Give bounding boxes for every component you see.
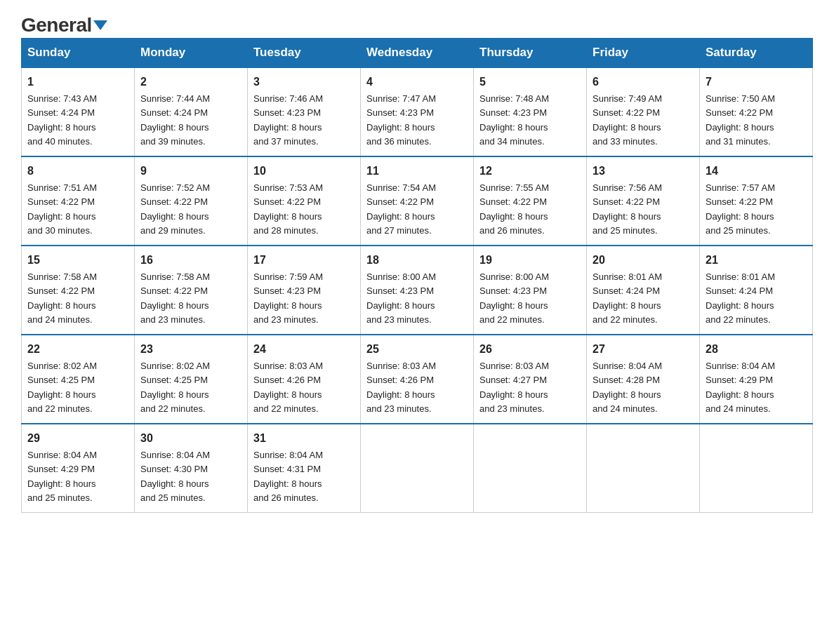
day-number: 23 [140,341,241,358]
calendar-cell: 9Sunrise: 7:52 AMSunset: 4:22 PMDaylight… [135,156,248,246]
day-info: Sunrise: 8:00 AMSunset: 4:23 PMDaylight:… [366,271,436,325]
day-info: Sunrise: 7:54 AMSunset: 4:22 PMDaylight:… [366,182,436,236]
calendar-cell: 3Sunrise: 7:46 AMSunset: 4:23 PMDaylight… [248,67,361,156]
day-info: Sunrise: 8:01 AMSunset: 4:24 PMDaylight:… [706,271,775,325]
day-number: 2 [140,74,241,90]
day-info: Sunrise: 8:04 AMSunset: 4:29 PMDaylight:… [27,450,97,503]
day-number: 3 [253,74,355,90]
day-number: 5 [479,74,581,90]
calendar-cell: 4Sunrise: 7:47 AMSunset: 4:23 PMDaylight… [361,67,474,156]
day-number: 15 [27,252,128,269]
day-info: Sunrise: 8:02 AMSunset: 4:25 PMDaylight:… [27,361,97,414]
day-number: 11 [366,163,468,180]
day-number: 30 [140,430,241,447]
weekday-header-wednesday: Wednesday [361,39,474,68]
calendar-cell: 27Sunrise: 8:04 AMSunset: 4:28 PMDayligh… [587,335,700,424]
day-number: 27 [593,341,694,358]
week-row-3: 15Sunrise: 7:58 AMSunset: 4:22 PMDayligh… [22,246,813,335]
calendar-cell: 12Sunrise: 7:55 AMSunset: 4:22 PMDayligh… [474,156,587,246]
day-info: Sunrise: 7:58 AMSunset: 4:22 PMDaylight:… [140,271,210,325]
day-info: Sunrise: 7:52 AMSunset: 4:22 PMDaylight:… [140,182,210,236]
day-number: 29 [27,430,128,447]
calendar-cell: 22Sunrise: 8:02 AMSunset: 4:25 PMDayligh… [22,335,135,424]
day-info: Sunrise: 8:03 AMSunset: 4:27 PMDaylight:… [479,361,549,414]
calendar-cell: 17Sunrise: 7:59 AMSunset: 4:23 PMDayligh… [248,246,361,335]
weekday-header-thursday: Thursday [474,39,587,68]
calendar-cell: 2Sunrise: 7:44 AMSunset: 4:24 PMDaylight… [135,67,248,156]
day-info: Sunrise: 7:59 AMSunset: 4:23 PMDaylight:… [253,271,323,325]
weekday-header-monday: Monday [135,39,248,68]
calendar-cell: 29Sunrise: 8:04 AMSunset: 4:29 PMDayligh… [22,424,135,513]
calendar-cell [587,424,700,513]
calendar-cell: 24Sunrise: 8:03 AMSunset: 4:26 PMDayligh… [248,335,361,424]
day-info: Sunrise: 8:04 AMSunset: 4:29 PMDaylight:… [706,361,775,414]
calendar-cell: 7Sunrise: 7:50 AMSunset: 4:22 PMDaylight… [700,67,813,156]
logo-general-text: General [21,14,107,36]
logo-triangle-icon [93,20,107,30]
day-number: 13 [593,163,694,180]
day-info: Sunrise: 7:58 AMSunset: 4:22 PMDaylight:… [27,271,97,325]
day-info: Sunrise: 7:56 AMSunset: 4:22 PMDaylight:… [593,182,662,236]
day-info: Sunrise: 7:49 AMSunset: 4:22 PMDaylight:… [593,93,662,147]
day-info: Sunrise: 8:04 AMSunset: 4:30 PMDaylight:… [140,450,210,503]
calendar-cell: 28Sunrise: 8:04 AMSunset: 4:29 PMDayligh… [700,335,813,424]
calendar-cell: 5Sunrise: 7:48 AMSunset: 4:23 PMDaylight… [474,67,587,156]
calendar-cell: 30Sunrise: 8:04 AMSunset: 4:30 PMDayligh… [135,424,248,513]
weekday-header-saturday: Saturday [700,39,813,68]
day-number: 9 [140,163,241,180]
weekday-header-sunday: Sunday [22,39,135,68]
calendar-cell: 11Sunrise: 7:54 AMSunset: 4:22 PMDayligh… [361,156,474,246]
calendar-cell: 14Sunrise: 7:57 AMSunset: 4:22 PMDayligh… [700,156,813,246]
calendar-cell: 23Sunrise: 8:02 AMSunset: 4:25 PMDayligh… [135,335,248,424]
day-info: Sunrise: 8:01 AMSunset: 4:24 PMDaylight:… [593,271,662,325]
calendar-cell: 31Sunrise: 8:04 AMSunset: 4:31 PMDayligh… [248,424,361,513]
day-number: 31 [253,430,355,447]
day-number: 20 [593,252,694,269]
day-number: 14 [706,163,807,180]
calendar-cell: 26Sunrise: 8:03 AMSunset: 4:27 PMDayligh… [474,335,587,424]
weekday-header-tuesday: Tuesday [248,39,361,68]
day-info: Sunrise: 7:47 AMSunset: 4:23 PMDaylight:… [366,93,436,147]
day-number: 4 [366,74,468,90]
calendar-table: SundayMondayTuesdayWednesdayThursdayFrid… [21,38,813,513]
day-info: Sunrise: 8:04 AMSunset: 4:31 PMDaylight:… [253,450,323,503]
day-info: Sunrise: 7:55 AMSunset: 4:22 PMDaylight:… [479,182,549,236]
day-info: Sunrise: 7:46 AMSunset: 4:23 PMDaylight:… [253,93,323,147]
day-number: 18 [366,252,468,269]
day-number: 10 [253,163,355,180]
day-number: 19 [479,252,581,269]
calendar-cell: 21Sunrise: 8:01 AMSunset: 4:24 PMDayligh… [700,246,813,335]
calendar-cell: 25Sunrise: 8:03 AMSunset: 4:26 PMDayligh… [361,335,474,424]
day-info: Sunrise: 7:50 AMSunset: 4:22 PMDaylight:… [706,93,775,147]
day-info: Sunrise: 8:03 AMSunset: 4:26 PMDaylight:… [366,361,436,414]
day-number: 28 [706,341,807,358]
day-info: Sunrise: 8:00 AMSunset: 4:23 PMDaylight:… [479,271,549,325]
page-header: General [21,14,813,31]
day-info: Sunrise: 8:03 AMSunset: 4:26 PMDaylight:… [253,361,323,414]
day-number: 26 [479,341,581,358]
calendar-cell: 1Sunrise: 7:43 AMSunset: 4:24 PMDaylight… [22,67,135,156]
week-row-4: 22Sunrise: 8:02 AMSunset: 4:25 PMDayligh… [22,335,813,424]
day-number: 25 [366,341,468,358]
day-number: 6 [593,74,694,90]
calendar-cell: 8Sunrise: 7:51 AMSunset: 4:22 PMDaylight… [22,156,135,246]
day-info: Sunrise: 7:43 AMSunset: 4:24 PMDaylight:… [27,93,97,147]
day-number: 12 [479,163,581,180]
calendar-cell [700,424,813,513]
calendar-cell: 18Sunrise: 8:00 AMSunset: 4:23 PMDayligh… [361,246,474,335]
day-info: Sunrise: 7:48 AMSunset: 4:23 PMDaylight:… [479,93,549,147]
day-number: 16 [140,252,241,269]
calendar-cell [474,424,587,513]
weekday-header-friday: Friday [587,39,700,68]
calendar-cell: 6Sunrise: 7:49 AMSunset: 4:22 PMDaylight… [587,67,700,156]
week-row-2: 8Sunrise: 7:51 AMSunset: 4:22 PMDaylight… [22,156,813,246]
day-info: Sunrise: 8:02 AMSunset: 4:25 PMDaylight:… [140,361,210,414]
day-number: 22 [27,341,128,358]
calendar-cell: 20Sunrise: 8:01 AMSunset: 4:24 PMDayligh… [587,246,700,335]
calendar-cell: 10Sunrise: 7:53 AMSunset: 4:22 PMDayligh… [248,156,361,246]
day-number: 24 [253,341,355,358]
calendar-cell [361,424,474,513]
calendar-cell: 19Sunrise: 8:00 AMSunset: 4:23 PMDayligh… [474,246,587,335]
week-row-5: 29Sunrise: 8:04 AMSunset: 4:29 PMDayligh… [22,424,813,513]
day-info: Sunrise: 7:53 AMSunset: 4:22 PMDaylight:… [253,182,323,236]
